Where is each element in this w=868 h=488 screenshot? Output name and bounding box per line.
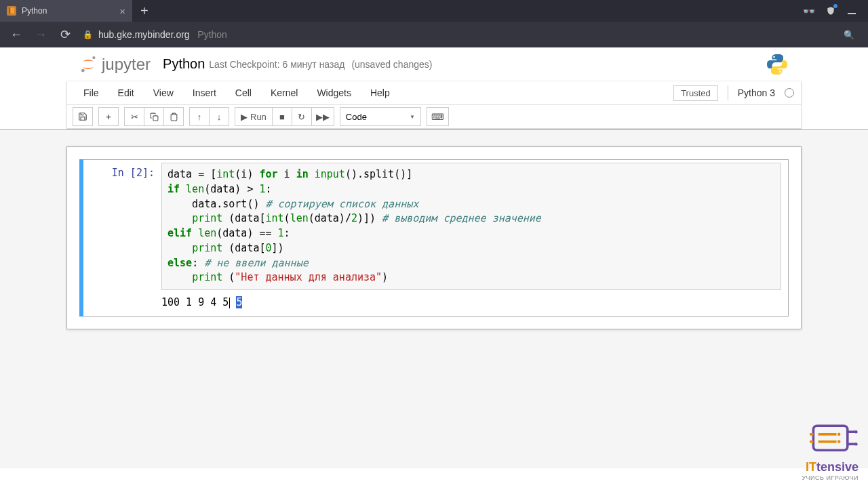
- checkpoint-text: Last Checkpoint: 6 минут назад: [209, 59, 344, 70]
- address-bar[interactable]: 🔒 hub.gke.mybinder.org Python 🔍: [79, 24, 863, 45]
- browser-tab-bar: 📙 Python × + 👓: [0, 0, 868, 22]
- url-path: Python: [197, 29, 227, 40]
- watermark-tagline: УЧИСЬ ИГРАЮЧИ: [802, 474, 859, 481]
- input-prompt: In [2]:: [80, 163, 161, 313]
- cell-type-value: Code: [346, 112, 367, 122]
- search-in-page-icon[interactable]: 🔍: [844, 30, 859, 40]
- svg-point-0: [92, 56, 95, 59]
- menu-insert[interactable]: Insert: [183, 83, 226, 102]
- menu-view[interactable]: View: [144, 83, 183, 102]
- svg-rect-4: [813, 426, 847, 450]
- lock-icon: 🔒: [83, 30, 93, 39]
- close-tab-icon[interactable]: ×: [119, 5, 125, 17]
- shield-icon[interactable]: [826, 5, 835, 16]
- output-result: 5: [236, 296, 242, 308]
- reload-button[interactable]: ⟳: [54, 24, 76, 45]
- kernel-status-icon[interactable]: [785, 88, 794, 98]
- jupyter-logo-icon: [79, 55, 98, 74]
- watermark-icon: [810, 421, 859, 458]
- kernel-name[interactable]: Python 3: [738, 87, 775, 98]
- url-host: hub.gke.mybinder.org: [98, 29, 190, 40]
- svg-rect-3: [172, 113, 175, 115]
- menu-help[interactable]: Help: [361, 83, 399, 102]
- watermark: ITtensive УЧИСЬ ИГРАЮЧИ: [802, 421, 859, 481]
- menu-edit[interactable]: Edit: [108, 83, 144, 102]
- browser-tab[interactable]: 📙 Python ×: [0, 0, 132, 22]
- divider: [728, 85, 728, 100]
- run-button[interactable]: ▶Run: [235, 107, 273, 126]
- svg-point-8: [854, 443, 858, 446]
- watermark-prefix: IT: [806, 460, 816, 474]
- menu-widgets[interactable]: Widgets: [307, 83, 361, 102]
- jupyter-header: jupyter Python Last Checkpoint: 6 минут …: [66, 47, 802, 81]
- add-cell-button[interactable]: +: [98, 107, 119, 126]
- menu-file[interactable]: File: [74, 83, 108, 102]
- toolbar: + ✂ ↑ ↓ ▶Run ■ ↻ ▶▶ Code ⌨: [67, 104, 801, 129]
- text-cursor-icon: [229, 298, 230, 308]
- jupyter-logo[interactable]: jupyter: [79, 55, 151, 74]
- code-input[interactable]: data = [int(i) for i in input().split()]…: [161, 163, 781, 290]
- trusted-badge[interactable]: Trusted: [673, 85, 718, 101]
- restart-button[interactable]: ↻: [292, 107, 312, 126]
- save-button[interactable]: [73, 107, 93, 126]
- move-down-button[interactable]: ↓: [209, 107, 229, 126]
- menu-cell[interactable]: Cell: [226, 83, 261, 102]
- cell-type-select[interactable]: Code: [340, 107, 421, 126]
- menu-kernel[interactable]: Kernel: [261, 83, 307, 102]
- svg-rect-2: [153, 115, 157, 120]
- tab-title: Python: [22, 6, 47, 16]
- command-palette-button[interactable]: ⌨: [427, 107, 449, 126]
- python-logo-icon: [765, 52, 789, 77]
- output-stdin: 100 1 9 4 5: [161, 296, 229, 308]
- jupyter-logo-text: jupyter: [102, 55, 151, 74]
- svg-point-6: [854, 430, 858, 434]
- code-cell[interactable]: In [2]: data = [int(i) for i in input().…: [79, 159, 789, 317]
- menu-bar: File Edit View Insert Cell Kernel Widget…: [67, 81, 801, 104]
- run-label: Run: [250, 112, 267, 122]
- copy-button[interactable]: [144, 107, 164, 126]
- forward-button: →: [30, 24, 52, 45]
- notebook-name[interactable]: Python: [163, 56, 205, 72]
- move-up-button[interactable]: ↑: [189, 107, 210, 126]
- browser-toolbar: ← → ⟳ 🔒 hub.gke.mybinder.org Python 🔍: [0, 22, 868, 47]
- svg-point-14: [837, 440, 841, 443]
- stop-button[interactable]: ■: [272, 107, 292, 126]
- paste-button[interactable]: [163, 107, 184, 126]
- new-tab-button[interactable]: +: [132, 3, 157, 19]
- tab-favicon-icon: 📙: [7, 6, 16, 16]
- notebook-area: In [2]: data = [int(i) for i in input().…: [0, 129, 868, 468]
- restart-run-all-button[interactable]: ▶▶: [311, 107, 334, 126]
- cell-output: 100 1 9 4 5 5: [161, 290, 781, 313]
- minimize-icon[interactable]: [848, 7, 856, 14]
- back-button[interactable]: ←: [5, 24, 27, 45]
- watermark-brand: tensive: [816, 460, 859, 474]
- cut-button[interactable]: ✂: [124, 107, 144, 126]
- svg-point-13: [837, 433, 841, 436]
- unsaved-text: (unsaved changes): [351, 59, 432, 70]
- svg-point-1: [81, 68, 85, 72]
- reader-mode-icon[interactable]: 👓: [802, 5, 814, 18]
